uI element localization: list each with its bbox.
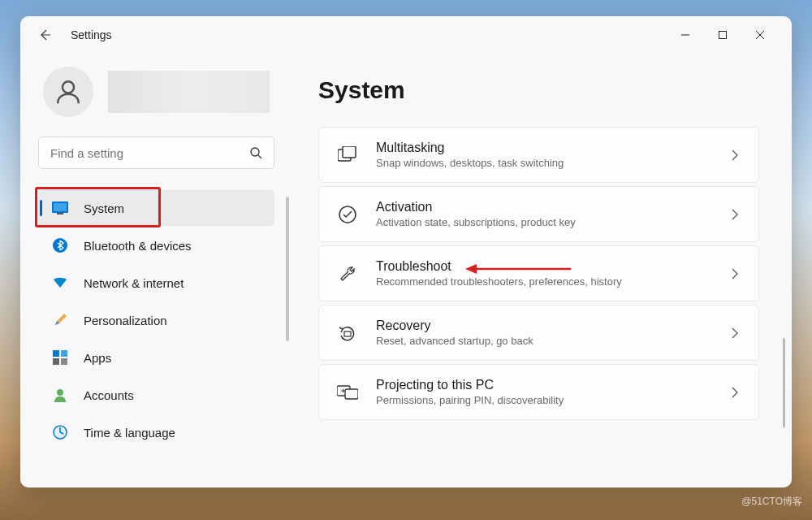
sidebar: System Bluetooth & devices Network & int… bbox=[20, 54, 292, 488]
search-box[interactable] bbox=[38, 136, 274, 169]
main-scrollbar[interactable] bbox=[783, 338, 785, 427]
svg-rect-11 bbox=[53, 350, 59, 357]
card-desc: Permissions, pairing PIN, discoverabilit… bbox=[376, 394, 710, 406]
recovery-icon bbox=[337, 323, 358, 344]
svg-rect-14 bbox=[61, 358, 67, 365]
svg-rect-1 bbox=[719, 32, 727, 39]
maximize-icon bbox=[718, 30, 728, 40]
wifi-icon bbox=[51, 274, 69, 292]
svg-rect-18 bbox=[343, 146, 356, 158]
chevron-right-icon bbox=[728, 327, 742, 339]
card-troubleshoot[interactable]: Troubleshoot Recommended troubleshooters… bbox=[318, 245, 759, 301]
user-icon bbox=[54, 78, 82, 106]
apps-icon bbox=[51, 349, 69, 366]
main-panel: System Multitasking Snap windows, deskto… bbox=[292, 54, 792, 488]
maximize-button[interactable] bbox=[704, 22, 741, 48]
card-text: Projecting to this PC Permissions, pairi… bbox=[376, 378, 710, 406]
svg-rect-13 bbox=[53, 358, 59, 365]
account-section[interactable] bbox=[38, 54, 274, 136]
minimize-button[interactable] bbox=[667, 22, 704, 48]
sidebar-item-apps[interactable]: Apps bbox=[38, 340, 274, 375]
card-title: Troubleshoot bbox=[376, 259, 710, 274]
sidebar-item-personalization[interactable]: Personalization bbox=[38, 302, 274, 338]
card-multitasking[interactable]: Multitasking Snap windows, desktops, tas… bbox=[318, 127, 759, 183]
card-desc: Recommended troubleshooters, preferences… bbox=[376, 275, 710, 288]
card-title: Multitasking bbox=[376, 141, 710, 155]
sidebar-item-time-language[interactable]: Time & language bbox=[38, 414, 274, 450]
wrench-icon bbox=[337, 263, 358, 284]
chevron-right-icon bbox=[728, 209, 742, 220]
bluetooth-icon bbox=[51, 236, 69, 254]
brush-icon bbox=[51, 311, 69, 329]
clock-globe-icon bbox=[51, 423, 69, 441]
minimize-icon bbox=[680, 30, 690, 40]
close-icon bbox=[755, 30, 765, 40]
sidebar-item-network[interactable]: Network & internet bbox=[38, 265, 274, 301]
settings-cards: Multitasking Snap windows, desktops, tas… bbox=[318, 127, 759, 420]
nav-list: System Bluetooth & devices Network & int… bbox=[38, 190, 274, 450]
nav-label: Bluetooth & devices bbox=[84, 239, 192, 253]
titlebar: Settings bbox=[20, 16, 792, 54]
window-title: Settings bbox=[71, 28, 112, 41]
svg-line-6 bbox=[258, 155, 261, 158]
card-text: Multitasking Snap windows, desktops, tas… bbox=[376, 141, 710, 169]
card-title: Activation bbox=[376, 200, 710, 214]
svg-rect-8 bbox=[54, 203, 67, 211]
account-name-blurred bbox=[108, 71, 270, 113]
svg-point-5 bbox=[251, 148, 259, 156]
search-icon bbox=[249, 146, 262, 159]
close-button[interactable] bbox=[741, 22, 779, 48]
card-title: Projecting to this PC bbox=[376, 378, 710, 392]
card-text: Recovery Reset, advanced startup, go bac… bbox=[376, 318, 710, 347]
multitask-icon bbox=[337, 145, 358, 166]
card-recovery[interactable]: Recovery Reset, advanced startup, go bac… bbox=[318, 305, 759, 361]
page-title: System bbox=[318, 76, 759, 104]
nav-label: System bbox=[84, 202, 124, 215]
svg-rect-9 bbox=[57, 213, 63, 214]
card-projecting[interactable]: Projecting to this PC Permissions, pairi… bbox=[318, 364, 759, 420]
svg-rect-12 bbox=[61, 350, 67, 357]
avatar bbox=[43, 67, 93, 117]
back-button[interactable] bbox=[33, 24, 56, 46]
nav-label: Time & language bbox=[84, 426, 175, 440]
accounts-icon bbox=[51, 386, 69, 404]
project-icon bbox=[337, 382, 358, 403]
arrow-left-icon bbox=[38, 28, 51, 41]
nav-label: Accounts bbox=[84, 388, 134, 402]
card-text: Activation Activation state, subscriptio… bbox=[376, 200, 710, 228]
system-icon bbox=[51, 199, 69, 217]
card-activation[interactable]: Activation Activation state, subscriptio… bbox=[318, 186, 759, 242]
nav-label: Network & internet bbox=[84, 276, 184, 290]
chevron-right-icon bbox=[728, 268, 742, 280]
sidebar-item-accounts[interactable]: Accounts bbox=[38, 377, 274, 413]
svg-point-4 bbox=[63, 81, 74, 93]
chevron-right-icon bbox=[728, 150, 742, 161]
nav-label: Personalization bbox=[84, 314, 167, 327]
search-input[interactable] bbox=[50, 146, 249, 160]
nav-label: Apps bbox=[84, 351, 111, 365]
sidebar-scrollbar[interactable] bbox=[286, 197, 289, 341]
svg-rect-23 bbox=[345, 389, 358, 399]
window-controls bbox=[667, 22, 779, 48]
card-text: Troubleshoot Recommended troubleshooters… bbox=[376, 259, 710, 288]
check-circle-icon bbox=[337, 204, 358, 225]
watermark: @51CTO博客 bbox=[741, 495, 802, 509]
card-desc: Reset, advanced startup, go back bbox=[376, 335, 710, 347]
card-title: Recovery bbox=[376, 318, 710, 333]
svg-point-15 bbox=[57, 389, 63, 396]
svg-rect-21 bbox=[344, 332, 351, 336]
card-desc: Activation state, subscriptions, product… bbox=[376, 216, 710, 228]
settings-window: Settings System bbox=[20, 16, 792, 488]
sidebar-item-system[interactable]: System bbox=[38, 190, 274, 226]
card-desc: Snap windows, desktops, task switching bbox=[376, 157, 710, 169]
content-area: System Bluetooth & devices Network & int… bbox=[20, 54, 792, 488]
chevron-right-icon bbox=[728, 387, 742, 398]
sidebar-item-bluetooth[interactable]: Bluetooth & devices bbox=[38, 228, 274, 263]
